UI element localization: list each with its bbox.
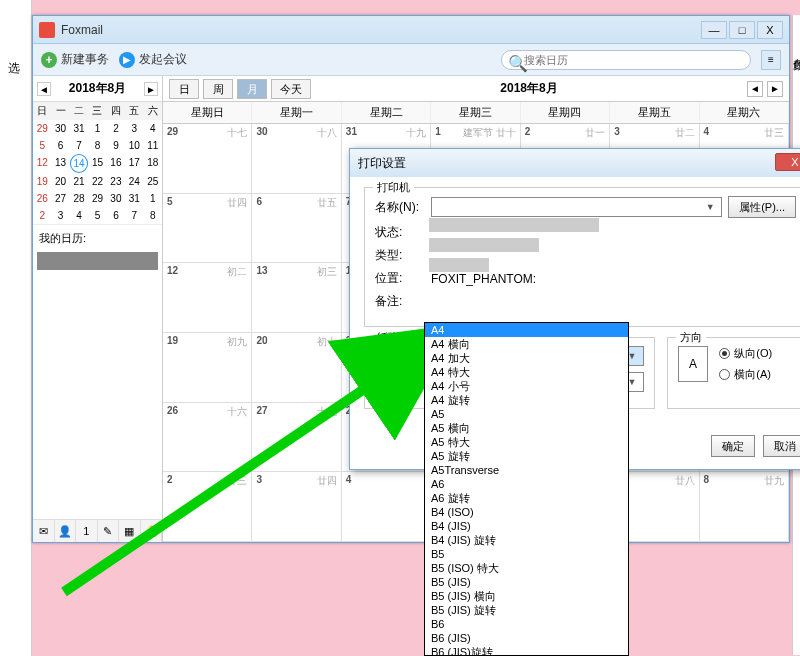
- dropdown-option[interactable]: B6 (JIS)旋转: [425, 645, 628, 656]
- dropdown-option[interactable]: A5: [425, 407, 628, 421]
- mini-day-cell[interactable]: 30: [107, 190, 125, 207]
- mini-day-cell[interactable]: 19: [33, 173, 51, 190]
- mini-day-cell[interactable]: 15: [88, 154, 106, 173]
- calendar-cell[interactable]: 4: [342, 472, 431, 541]
- view-month-button[interactable]: 月: [237, 79, 267, 99]
- portrait-radio[interactable]: 纵向(O): [719, 346, 772, 361]
- dropdown-option[interactable]: A4 加大: [425, 351, 628, 365]
- sidebar-icon[interactable]: 👤: [55, 520, 77, 542]
- mini-day-cell[interactable]: 31: [70, 120, 88, 137]
- dropdown-option[interactable]: B4 (ISO): [425, 505, 628, 519]
- mini-day-cell[interactable]: 7: [125, 207, 143, 224]
- ok-button[interactable]: 确定: [711, 435, 755, 457]
- view-day-button[interactable]: 日: [169, 79, 199, 99]
- calendar-cell[interactable]: 2廿三: [163, 472, 252, 541]
- mini-day-cell[interactable]: 1: [144, 190, 162, 207]
- mini-day-cell[interactable]: 9: [107, 137, 125, 154]
- mini-day-cell[interactable]: 20: [51, 173, 69, 190]
- new-event-button[interactable]: + 新建事务: [41, 51, 109, 68]
- mini-next-button[interactable]: ►: [144, 82, 158, 96]
- view-today-button[interactable]: 今天: [271, 79, 311, 99]
- mini-day-cell[interactable]: 23: [107, 173, 125, 190]
- mini-day-cell[interactable]: 31: [125, 190, 143, 207]
- mini-day-cell[interactable]: 2: [107, 120, 125, 137]
- calendar-cell[interactable]: 29十七: [163, 124, 252, 193]
- main-next-button[interactable]: ►: [767, 81, 783, 97]
- dropdown-option[interactable]: A4: [425, 323, 628, 337]
- dropdown-option[interactable]: A4 旋转: [425, 393, 628, 407]
- mini-day-cell[interactable]: 28: [70, 190, 88, 207]
- mini-day-cell[interactable]: 5: [88, 207, 106, 224]
- mini-day-cell[interactable]: 3: [51, 207, 69, 224]
- maximize-button[interactable]: □: [729, 21, 755, 39]
- dropdown-option[interactable]: B5 (JIS) 横向: [425, 589, 628, 603]
- mini-day-cell[interactable]: 8: [88, 137, 106, 154]
- dropdown-option[interactable]: A4 特大: [425, 365, 628, 379]
- mini-day-cell[interactable]: 21: [70, 173, 88, 190]
- calendar-cell[interactable]: 3廿四: [252, 472, 341, 541]
- calendar-cell[interactable]: 5廿四: [163, 194, 252, 263]
- mini-day-cell[interactable]: 6: [107, 207, 125, 224]
- mini-day-cell[interactable]: 3: [125, 120, 143, 137]
- dropdown-option[interactable]: B5 (JIS): [425, 575, 628, 589]
- mini-prev-button[interactable]: ◄: [37, 82, 51, 96]
- calendar-cell[interactable]: 8廿九: [700, 472, 789, 541]
- sidebar-icon[interactable]: 1: [76, 520, 98, 542]
- close-button[interactable]: X: [757, 21, 783, 39]
- sidebar-icon[interactable]: ▦: [119, 520, 141, 542]
- minimize-button[interactable]: —: [701, 21, 727, 39]
- calendar-cell[interactable]: 27十七: [252, 403, 341, 472]
- mini-day-cell[interactable]: 16: [107, 154, 125, 173]
- calendar-cell[interactable]: 30十八: [252, 124, 341, 193]
- dropdown-option[interactable]: A5Transverse: [425, 463, 628, 477]
- menu-button[interactable]: ≡: [761, 50, 781, 70]
- calendar-cell[interactable]: 19初九: [163, 333, 252, 402]
- calendar-cell[interactable]: 20初十: [252, 333, 341, 402]
- dropdown-option[interactable]: A6 旋转: [425, 491, 628, 505]
- mini-day-cell[interactable]: 11: [144, 137, 162, 154]
- start-meeting-button[interactable]: ▶ 发起会议: [119, 51, 187, 68]
- mini-day-cell[interactable]: 6: [51, 137, 69, 154]
- mini-day-cell[interactable]: 17: [125, 154, 143, 173]
- mini-day-cell[interactable]: 25: [144, 173, 162, 190]
- dropdown-option[interactable]: B6: [425, 617, 628, 631]
- printer-name-combo[interactable]: ▼: [431, 197, 722, 217]
- mini-day-cell[interactable]: 18: [144, 154, 162, 173]
- mini-day-cell[interactable]: 2: [33, 207, 51, 224]
- calendar-cell[interactable]: 26十六: [163, 403, 252, 472]
- mini-day-cell[interactable]: 1: [88, 120, 106, 137]
- dropdown-option[interactable]: B4 (JIS) 旋转: [425, 533, 628, 547]
- view-week-button[interactable]: 周: [203, 79, 233, 99]
- mini-day-cell[interactable]: 4: [144, 120, 162, 137]
- mini-day-cell[interactable]: 30: [51, 120, 69, 137]
- sidebar-icon[interactable]: ✉: [33, 520, 55, 542]
- mini-day-cell[interactable]: 10: [125, 137, 143, 154]
- calendar-cell[interactable]: 12初二: [163, 263, 252, 332]
- mini-day-cell[interactable]: 4: [70, 207, 88, 224]
- calendar-cell[interactable]: 6廿五: [252, 194, 341, 263]
- paper-size-dropdown[interactable]: A4A4 横向A4 加大A4 特大A4 小号A4 旋转A5A5 横向A5 特大A…: [424, 322, 629, 656]
- calendar-item[interactable]: [37, 252, 158, 270]
- mini-day-cell[interactable]: 14: [70, 154, 88, 173]
- dropdown-option[interactable]: B6 (JIS): [425, 631, 628, 645]
- mini-day-cell[interactable]: 29: [88, 190, 106, 207]
- sidebar-icon[interactable]: ✎: [98, 520, 120, 542]
- dropdown-option[interactable]: A5 特大: [425, 435, 628, 449]
- mini-day-cell[interactable]: 12: [33, 154, 51, 173]
- mini-day-cell[interactable]: 26: [33, 190, 51, 207]
- dialog-close-button[interactable]: X: [775, 153, 800, 171]
- dropdown-option[interactable]: A6: [425, 477, 628, 491]
- main-prev-button[interactable]: ◄: [747, 81, 763, 97]
- dropdown-option[interactable]: B5: [425, 547, 628, 561]
- mini-day-cell[interactable]: 5: [33, 137, 51, 154]
- dropdown-option[interactable]: B4 (JIS): [425, 519, 628, 533]
- mini-day-cell[interactable]: 29: [33, 120, 51, 137]
- mini-day-cell[interactable]: 7: [70, 137, 88, 154]
- mini-day-cell[interactable]: 24: [125, 173, 143, 190]
- landscape-radio[interactable]: 横向(A): [719, 367, 772, 382]
- mini-day-cell[interactable]: 22: [88, 173, 106, 190]
- mini-day-cell[interactable]: 13: [51, 154, 69, 173]
- dropdown-option[interactable]: A4 小号: [425, 379, 628, 393]
- mini-day-cell[interactable]: 8: [144, 207, 162, 224]
- dropdown-option[interactable]: B5 (JIS) 旋转: [425, 603, 628, 617]
